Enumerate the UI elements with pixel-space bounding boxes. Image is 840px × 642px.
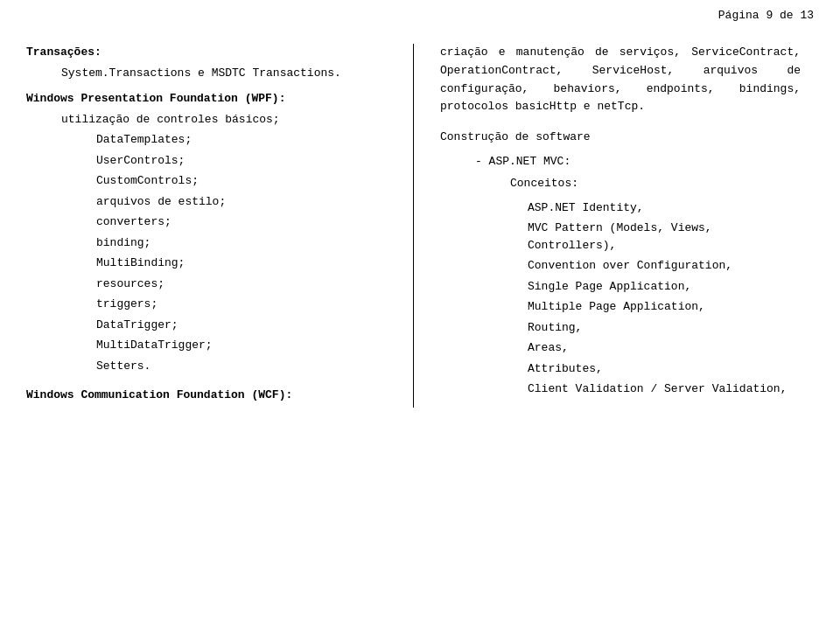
section1-line1: System.Transactions e MSDTC Transactions… xyxy=(61,65,387,82)
section1-title: Transações: xyxy=(26,44,387,61)
left-column: Transações: System.Transactions e MSDTC … xyxy=(26,44,404,408)
list-item: MultiDataTrigger; xyxy=(96,337,387,354)
list-item: Client Validation / Server Validation, xyxy=(528,380,801,398)
list-item: Attributes, xyxy=(528,360,801,378)
page-number: Página 9 de 13 xyxy=(718,9,814,22)
list-item: converters; xyxy=(96,213,387,231)
list-item: Convention over Configuration, xyxy=(528,257,801,275)
top-block: criação e manutenção de serviços, Servic… xyxy=(440,44,801,116)
list-item: DataTrigger; xyxy=(96,317,387,334)
two-column-layout: Transações: System.Transactions e MSDTC … xyxy=(26,44,814,408)
list-item: ASP.NET Identity, xyxy=(528,199,801,217)
section2-line1: utilização de controles básicos; xyxy=(61,111,387,129)
list-item: MultiBinding; xyxy=(96,255,387,272)
list-item: DataTemplates; xyxy=(96,131,387,149)
list-item: MVC Pattern (Models, Views, Controllers)… xyxy=(528,220,801,254)
software-label: Construção de software xyxy=(440,129,801,146)
right-items-list: ASP.NET Identity,MVC Pattern (Models, Vi… xyxy=(440,199,801,398)
list-item: Setters. xyxy=(96,358,387,375)
column-divider xyxy=(413,44,414,408)
list-item: triggers; xyxy=(96,296,387,313)
list-item: arquivos de estilo; xyxy=(96,193,387,211)
page: Página 9 de 13 Transações: System.Transa… xyxy=(0,0,840,642)
section3-title: Windows Communication Foundation (WCF): xyxy=(26,387,387,404)
right-column: criação e manutenção de serviços, Servic… xyxy=(423,44,801,408)
list-item: Areas, xyxy=(528,339,801,357)
list-item: binding; xyxy=(96,234,387,252)
section2-title: Windows Presentation Foundation (WPF): xyxy=(26,90,387,108)
mvc-label: - ASP.NET MVC: xyxy=(475,153,801,171)
list-item: Routing, xyxy=(528,319,801,337)
list-item: Single Page Application, xyxy=(528,278,801,296)
list-item: resources; xyxy=(96,276,387,293)
left-items-list: DataTemplates;UserControls;CustomControl… xyxy=(26,131,387,374)
conceitos-label: Conceitos: xyxy=(510,175,801,192)
list-item: Multiple Page Application, xyxy=(528,298,801,316)
list-item: CustomControls; xyxy=(96,172,387,190)
list-item: UserControls; xyxy=(96,152,387,170)
